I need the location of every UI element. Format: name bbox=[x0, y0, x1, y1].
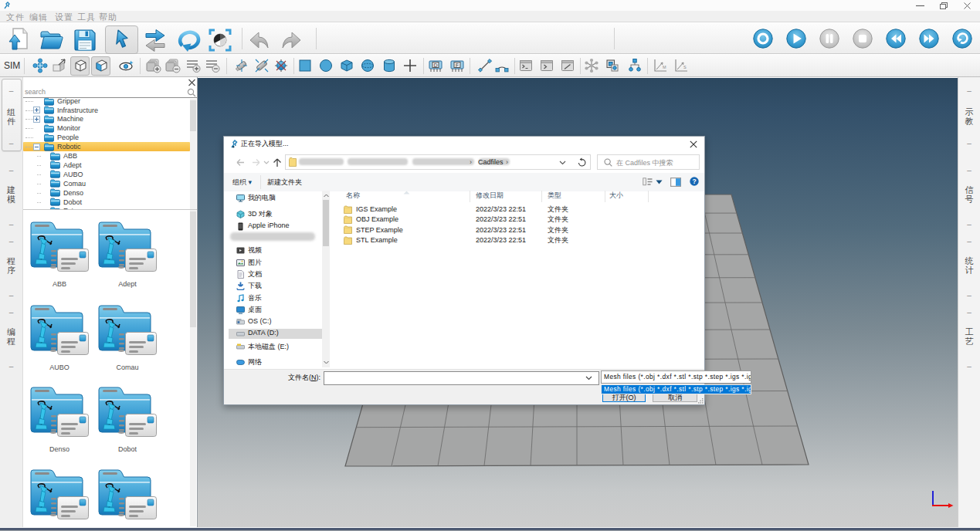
svg-text:F: F bbox=[456, 63, 459, 68]
svg-text:S: S bbox=[683, 65, 687, 69]
svg-text:?: ? bbox=[692, 178, 696, 185]
svg-text:D: D bbox=[434, 63, 438, 68]
svg-text:M: M bbox=[663, 65, 666, 69]
